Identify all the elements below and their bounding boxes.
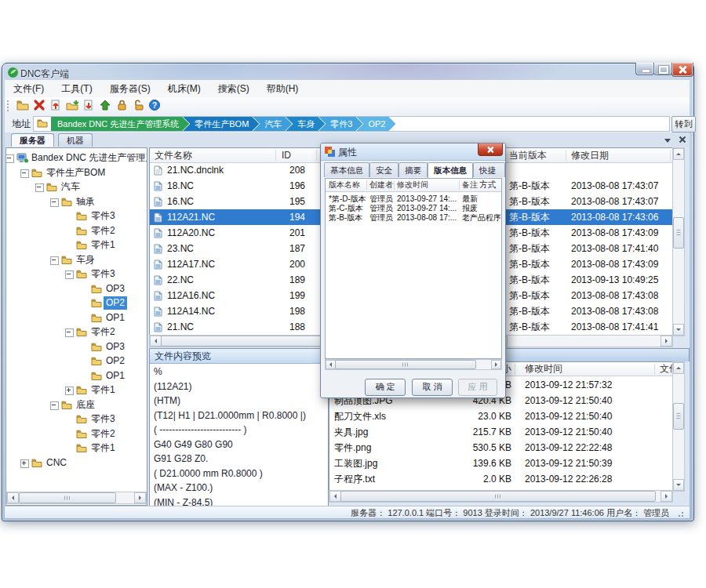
collapse-icon[interactable]: [50, 256, 59, 265]
breadcrumb-item-2[interactable]: 零件生产BOM: [183, 117, 259, 131]
column-header-修改时间[interactable]: 修改时间: [397, 179, 428, 191]
help-button[interactable]: ?: [146, 99, 162, 114]
collapse-icon[interactable]: [65, 328, 74, 337]
column-header-ID[interactable]: ID: [282, 148, 291, 162]
tree-node-零件生产BOM[interactable]: 零件生产BOM: [6, 166, 147, 180]
tree-node-OP1[interactable]: OP1: [6, 369, 147, 383]
expand-icon[interactable]: [20, 459, 29, 468]
column-header-当前版本[interactable]: 当前版本: [509, 148, 547, 162]
tree-node-汽车[interactable]: 汽车: [6, 180, 147, 194]
scroll-right-button[interactable]: [661, 336, 672, 347]
breadcrumb-item-5[interactable]: 零件3: [318, 117, 362, 131]
menu-item-6[interactable]: 帮助(H): [258, 80, 308, 97]
resize-grip[interactable]: [678, 510, 685, 517]
tree-node-车身[interactable]: 车身: [6, 253, 147, 267]
tree-node-OP1[interactable]: OP1: [6, 311, 147, 325]
tree-node-轴承[interactable]: 轴承: [6, 195, 147, 209]
collapse-icon[interactable]: [35, 183, 44, 192]
column-header-备注[interactable]: 备注: [462, 179, 478, 191]
dialog-close-button[interactable]: [478, 143, 503, 156]
tree-node-零件3[interactable]: 零件3: [6, 209, 147, 223]
tree-h-scrollbar[interactable]: [6, 492, 147, 504]
breadcrumb-item-1[interactable]: Bandex DNC 先进生产管理系统: [51, 117, 189, 131]
collapse-icon[interactable]: [65, 270, 74, 279]
attachment-row-5[interactable]: 零件.png530.5 KB2013-09-12 22:22:48: [329, 440, 672, 456]
version-row-2[interactable]: 第-C-版本管理员2013-09-27 14:...报废: [326, 204, 501, 213]
collapse-icon[interactable]: [50, 401, 59, 410]
scroll-left-button[interactable]: [150, 336, 162, 347]
column-header-modified[interactable]: 修改时间: [525, 362, 642, 376]
tree-node-零件2[interactable]: 零件2: [6, 325, 147, 339]
scroll-left-button[interactable]: [7, 492, 19, 503]
dialog-titlebar[interactable]: 属性: [321, 143, 505, 161]
expand-icon[interactable]: [65, 387, 74, 395]
toolbar-grip[interactable]: [7, 100, 11, 111]
scroll-up-button[interactable]: [673, 148, 684, 160]
column-header-版本名称[interactable]: 版本名称: [329, 179, 360, 191]
tree-node-零件2[interactable]: 零件2: [6, 427, 147, 441]
tree-node-零件3[interactable]: 零件3: [6, 267, 147, 281]
version-row-3[interactable]: 第-B-版本管理员2013-08-08 17:...老产品程序: [326, 213, 501, 223]
attachments-v-scrollbar[interactable]: [672, 361, 685, 492]
tree-node-CNC[interactable]: CNC: [6, 456, 147, 470]
scroll-up-button[interactable]: [673, 362, 684, 374]
cancel-button[interactable]: 取 消: [412, 379, 453, 396]
tab-机器[interactable]: 机器: [58, 133, 93, 147]
delete-button[interactable]: [31, 99, 47, 114]
lock-button[interactable]: [113, 99, 129, 114]
upload-button[interactable]: [96, 99, 113, 114]
scroll-down-button[interactable]: [673, 324, 684, 336]
scroll-thumb[interactable]: [335, 360, 476, 369]
tree-node-OP3[interactable]: OP3: [6, 282, 147, 296]
collapse-icon[interactable]: [20, 169, 29, 178]
menu-item-4[interactable]: 机床(M): [159, 80, 209, 97]
tree-node-零件1[interactable]: 零件1: [6, 383, 147, 397]
minimize-button[interactable]: [635, 63, 654, 75]
tree-node-OP3[interactable]: OP3: [6, 340, 147, 354]
tree-node-零件3[interactable]: 零件3: [6, 412, 147, 426]
ok-button[interactable]: 确 定: [365, 379, 406, 396]
collapse-icon[interactable]: [5, 154, 14, 163]
scroll-thumb[interactable]: [673, 403, 684, 430]
attachment-row-7[interactable]: 子程序.txt2.0 KB2013-09-12 22:26:28: [329, 471, 672, 487]
scroll-thumb[interactable]: [19, 492, 116, 503]
checkout-file-button[interactable]: [80, 99, 96, 114]
menu-item-2[interactable]: 工具(T): [53, 80, 100, 97]
column-header-file[interactable]: 文件(&: [660, 362, 673, 376]
attachments-h-scrollbar[interactable]: [329, 490, 673, 503]
version-row-1[interactable]: *第-D-版本管理员2013-09-27 14:...最新: [326, 194, 501, 204]
tree-node-零件2[interactable]: 零件2: [6, 224, 147, 238]
tree-node-OP2[interactable]: OP2: [6, 296, 147, 310]
dialog-tab-版本信息[interactable]: 版本信息: [428, 162, 473, 178]
close-button[interactable]: [671, 63, 693, 77]
address-field[interactable]: Bandex DNC 先进生产管理系统零件生产BOM汽车车身零件3OP2: [33, 116, 670, 132]
column-header-文件名称[interactable]: 文件名称: [155, 148, 192, 162]
tab-close-button[interactable]: [678, 135, 687, 144]
menu-item-5[interactable]: 搜索(S): [209, 80, 258, 97]
dialog-h-scrollbar[interactable]: [325, 359, 502, 370]
menu-item-3[interactable]: 服务器(S): [101, 80, 159, 97]
tree-node-Bandex DNC 先进生产管理系统[interactable]: Bandex DNC 先进生产管理系统: [6, 151, 147, 165]
new-folder-button[interactable]: [14, 99, 31, 114]
filelist-v-scrollbar[interactable]: [672, 147, 685, 336]
scroll-thumb[interactable]: [673, 217, 684, 249]
tree-node-零件1[interactable]: 零件1: [6, 238, 147, 252]
scroll-right-button[interactable]: [491, 360, 501, 369]
import-folder-button[interactable]: [64, 99, 80, 114]
dialog-tab-安全[interactable]: 安全: [369, 162, 398, 177]
dialog-tab-摘要[interactable]: 摘要: [398, 162, 428, 177]
dialog-tab-快捷方式[interactable]: 快捷方式: [473, 162, 505, 177]
column-header-修改日期[interactable]: 修改日期: [571, 148, 609, 162]
tree-node-OP2[interactable]: OP2: [6, 354, 147, 368]
scroll-right-button[interactable]: [134, 492, 146, 503]
tab-menu-button[interactable]: [663, 135, 672, 144]
menu-item-1[interactable]: 文件(F): [5, 80, 53, 97]
scroll-right-button[interactable]: [661, 491, 672, 502]
dialog-tab-基本信息[interactable]: 基本信息: [324, 162, 369, 177]
tree-node-底座[interactable]: 底座: [6, 398, 147, 412]
checkin-file-button[interactable]: [47, 99, 64, 114]
scroll-thumb[interactable]: [340, 491, 656, 502]
attachment-row-3[interactable]: 配刀文件.xls23.0 KB2013-09-12 21:50:40: [329, 408, 672, 424]
go-button[interactable]: 转到: [671, 116, 696, 132]
attachment-row-6[interactable]: 工装图.jpg139.6 KB2013-09-12 21:50:39: [329, 456, 672, 471]
